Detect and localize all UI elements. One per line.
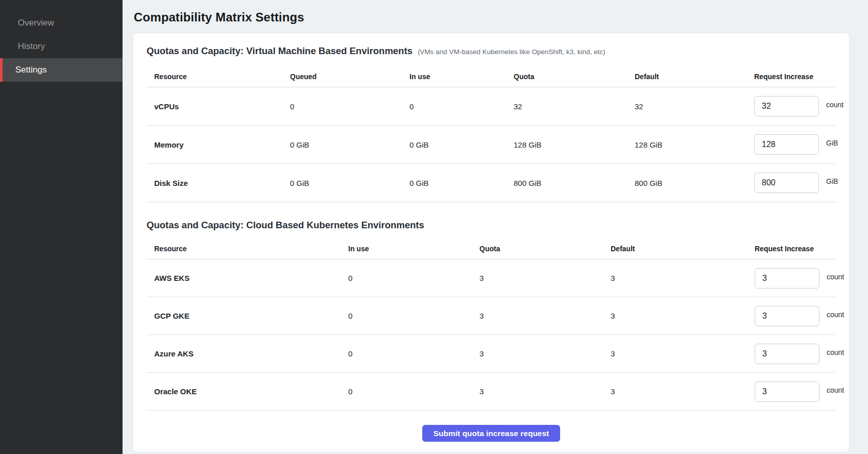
request-increase-input[interactable] xyxy=(754,173,819,193)
sidebar-item-settings[interactable]: Settings xyxy=(0,58,123,82)
quota-value: 800 GiB xyxy=(514,179,635,187)
page-title: Compatibility Matrix Settings xyxy=(134,10,850,25)
in-use-value: 0 GiB xyxy=(409,140,514,149)
column-header-default: Default xyxy=(611,245,755,253)
column-header-resource: Resource xyxy=(147,73,290,81)
request-increase-cell: count xyxy=(755,306,844,326)
column-header-quota: Quota xyxy=(514,73,635,81)
default-value: 800 GiB xyxy=(635,179,754,187)
request-increase-input[interactable] xyxy=(755,306,819,326)
sidebar-item-history[interactable]: History xyxy=(0,35,123,58)
resource-name: AWS EKS xyxy=(147,274,348,282)
sidebar: Overview History Settings xyxy=(0,0,123,454)
request-increase-input[interactable] xyxy=(754,134,819,155)
main-content: Compatibility Matrix Settings Quotas and… xyxy=(123,0,868,454)
vm-quota-table: Resource Queued In use Quota Default Req… xyxy=(147,66,836,202)
table-row-gcp-gke: GCP GKE 0 3 3 count xyxy=(147,297,836,335)
resource-name: GCP GKE xyxy=(147,312,348,320)
in-use-value: 0 xyxy=(348,349,479,358)
settings-card: Quotas and Capacity: Virtual Machine Bas… xyxy=(133,33,850,452)
unit-label: count xyxy=(827,348,844,356)
unit-label: count xyxy=(827,273,844,281)
default-value: 32 xyxy=(635,102,754,111)
request-increase-input[interactable] xyxy=(755,381,819,402)
cloud-section-title: Quotas and Capacity: Cloud Based Kuberne… xyxy=(147,220,836,231)
table-row-oracle-oke: Oracle OKE 0 3 3 count xyxy=(147,373,836,411)
resource-name: vCPUs xyxy=(147,102,290,111)
request-increase-input[interactable] xyxy=(754,96,819,116)
request-increase-cell: GiB xyxy=(754,134,838,155)
table-row-azure-aks: Azure AKS 0 3 3 count xyxy=(147,335,836,373)
queued-value: 0 GiB xyxy=(290,179,409,187)
queued-value: 0 GiB xyxy=(290,140,409,149)
quota-value: 128 GiB xyxy=(514,140,635,149)
column-header-quota: Quota xyxy=(479,245,611,253)
unit-label: count xyxy=(827,386,844,394)
request-increase-cell: count xyxy=(754,96,843,116)
cloud-table-header: Resource In use Quota Default Request In… xyxy=(147,238,836,259)
request-increase-cell: GiB xyxy=(754,173,838,193)
in-use-value: 0 xyxy=(409,102,514,111)
default-value: 3 xyxy=(611,312,755,320)
unit-label: count xyxy=(826,101,843,109)
request-increase-input[interactable] xyxy=(755,344,819,364)
quota-value: 32 xyxy=(514,102,635,111)
column-header-request-increase: Request Increase xyxy=(754,73,836,81)
queued-value: 0 xyxy=(290,102,409,111)
table-row-vcpus: vCPUs 0 0 32 32 count xyxy=(147,87,836,126)
sidebar-item-overview[interactable]: Overview xyxy=(0,11,123,35)
default-value: 3 xyxy=(611,274,755,282)
request-increase-cell: count xyxy=(755,344,844,364)
in-use-value: 0 xyxy=(348,387,479,396)
default-value: 3 xyxy=(611,387,755,396)
column-header-queued: Queued xyxy=(290,73,409,81)
vm-table-header: Resource Queued In use Quota Default Req… xyxy=(147,66,836,87)
quota-value: 3 xyxy=(479,312,611,320)
default-value: 3 xyxy=(611,349,755,358)
submit-row: Submit quota increase request xyxy=(147,411,836,442)
resource-name: Azure AKS xyxy=(147,349,348,358)
column-header-request-increase: Request Increase xyxy=(755,245,836,253)
resource-name: Oracle OKE xyxy=(147,387,348,396)
resource-name: Memory xyxy=(147,140,290,149)
quota-value: 3 xyxy=(479,274,611,282)
table-row-disk-size: Disk Size 0 GiB 0 GiB 800 GiB 800 GiB Gi… xyxy=(147,164,836,202)
vm-section-title: Quotas and Capacity: Virtual Machine Bas… xyxy=(147,45,413,57)
submit-quota-increase-button[interactable]: Submit quota increase request xyxy=(422,425,561,442)
sidebar-item-label: Settings xyxy=(15,65,46,75)
sidebar-item-label: History xyxy=(18,41,45,52)
quota-value: 3 xyxy=(479,387,611,396)
in-use-value: 0 GiB xyxy=(409,179,514,187)
quota-value: 3 xyxy=(479,349,611,358)
column-header-in-use: In use xyxy=(409,73,514,81)
in-use-value: 0 xyxy=(348,274,479,282)
vm-section-subtitle: (VMs and VM-based Kubernetes like OpenSh… xyxy=(418,48,606,56)
column-header-resource: Resource xyxy=(147,245,348,253)
unit-label: count xyxy=(827,310,844,319)
request-increase-input[interactable] xyxy=(755,268,819,289)
resource-name: Disk Size xyxy=(147,179,290,187)
cloud-quota-table: Resource In use Quota Default Request In… xyxy=(147,238,836,411)
column-header-in-use: In use xyxy=(348,245,479,253)
default-value: 128 GiB xyxy=(635,140,754,149)
table-row-aws-eks: AWS EKS 0 3 3 count xyxy=(147,259,836,297)
sidebar-item-label: Overview xyxy=(18,18,54,28)
request-increase-cell: count xyxy=(755,381,844,402)
table-row-memory: Memory 0 GiB 0 GiB 128 GiB 128 GiB GiB xyxy=(147,126,836,164)
in-use-value: 0 xyxy=(348,312,479,320)
unit-label: GiB xyxy=(826,139,838,147)
vm-section-header: Quotas and Capacity: Virtual Machine Bas… xyxy=(147,45,836,57)
column-header-default: Default xyxy=(635,73,754,81)
request-increase-cell: count xyxy=(755,268,844,289)
unit-label: GiB xyxy=(826,177,838,185)
